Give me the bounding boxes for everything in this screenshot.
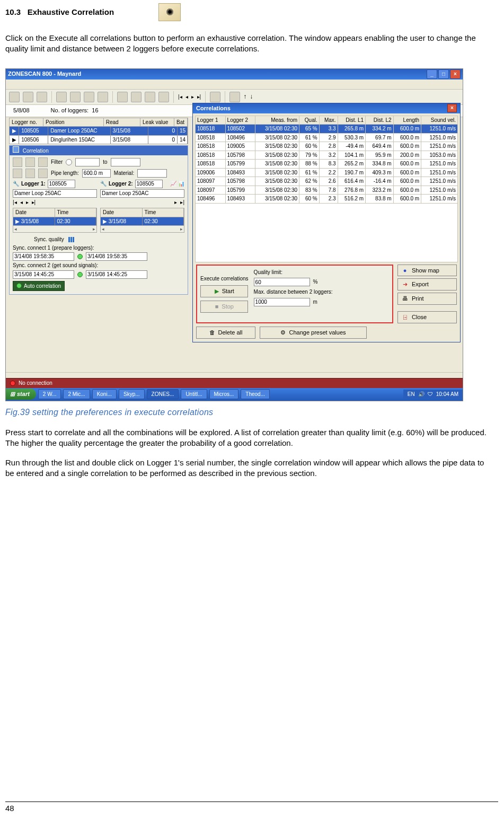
toolbar-icon[interactable] — [158, 92, 169, 102]
date-time-row[interactable]: ▶ 3/15/0802:30 — [100, 217, 184, 226]
column-header[interactable]: Max. — [319, 116, 338, 125]
toolbar-icon[interactable] — [38, 157, 48, 167]
toolbar-icon[interactable] — [131, 92, 142, 102]
sync1-time-a[interactable]: 3/14/08 19:58:35 — [13, 252, 74, 261]
nav-next-icon[interactable]: ▸ — [26, 199, 29, 206]
auto-correlation-button[interactable]: Auto correlation — [13, 281, 65, 292]
toolbar-icon[interactable] — [37, 92, 47, 102]
sync1-time-b[interactable]: 3/14/08 19:58:35 — [86, 252, 147, 261]
toolbar-icon[interactable] — [98, 92, 108, 102]
taskbar-item[interactable]: Skyp... — [119, 389, 145, 400]
date-time-row[interactable]: ▶ 3/15/0802:30 — [13, 217, 97, 226]
nav-first-icon[interactable]: |◂ — [13, 199, 17, 206]
toolbar-icon[interactable] — [70, 92, 81, 102]
logger-list-row[interactable]: ▶108506Dinglurihen 150AC3/15/08014 — [9, 136, 188, 145]
toolbar-icon[interactable] — [38, 169, 48, 178]
logger2-field[interactable]: 108505 — [135, 180, 163, 188]
material-label: Material: — [114, 170, 134, 177]
toolbar-icon[interactable] — [145, 92, 155, 102]
table-row[interactable]: 1085181057993/15/08 02:3088 %8.3265.2 m3… — [196, 160, 458, 169]
table-row[interactable]: 1085181090053/15/08 02:3060 %2.8-49.4 m6… — [196, 142, 458, 151]
logger2-position[interactable]: Damer Loop 250AC — [100, 189, 184, 198]
delete-all-button[interactable]: 🗑 Delete all — [196, 327, 255, 339]
print-button[interactable]: 🖶 Print — [397, 293, 457, 305]
toolbar-icon[interactable] — [117, 92, 128, 102]
system-tray[interactable]: EN 🔊 🛡 10:04 AM — [403, 390, 463, 399]
minimize-icon[interactable]: _ — [427, 69, 437, 79]
taskbar-item[interactable]: Untitl... — [181, 389, 207, 400]
menu-item[interactable] — [9, 80, 11, 88]
start-button[interactable]: ⊞ start — [6, 389, 36, 400]
nav-prev-icon[interactable]: ◂ — [20, 199, 23, 206]
show-map-button[interactable]: ● Show map — [397, 265, 457, 277]
sync2-time-b[interactable]: 3/15/08 14:45:25 — [86, 270, 147, 279]
down-arrow-icon[interactable]: ↓ — [250, 92, 253, 101]
max-distance-input[interactable] — [254, 298, 310, 306]
maximize-icon[interactable]: □ — [438, 69, 449, 79]
table-row[interactable]: 1085181085023/15/08 02:3065 %3.3265.8 m3… — [196, 125, 458, 134]
nav-first-icon[interactable]: |◂ — [178, 93, 182, 101]
toolbar-icon[interactable] — [25, 169, 35, 178]
table-row[interactable]: 1085181084963/15/08 02:3061 %2.9530.3 m6… — [196, 133, 458, 142]
toolbar-icon[interactable] — [13, 157, 22, 167]
column-header[interactable]: Logger 1 — [196, 116, 226, 125]
quality-limit-input[interactable] — [254, 278, 310, 286]
table-row[interactable]: 1090061084933/15/08 02:3061 %2.2190.7 m4… — [196, 168, 458, 177]
language-indicator[interactable]: EN — [408, 391, 415, 398]
toolbar-icon[interactable] — [84, 92, 94, 102]
logger1-position[interactable]: Damer Loop 250AC — [13, 189, 97, 198]
column-header[interactable]: Logger 2 — [225, 116, 255, 125]
close-button[interactable]: ⍈ Close — [397, 311, 457, 323]
taskbar-item[interactable]: 2 Mic... — [63, 389, 90, 400]
tray-icon[interactable]: 🔊 — [418, 391, 425, 398]
change-preset-button[interactable]: ⚙ Change preset values — [260, 327, 367, 339]
filter-to-input[interactable] — [111, 158, 140, 166]
up-arrow-icon[interactable]: ↑ — [243, 92, 246, 101]
tray-icon[interactable]: 🛡 — [428, 391, 433, 398]
taskbar-item[interactable]: ZONES... — [147, 389, 179, 400]
toolbar-icon[interactable] — [9, 92, 20, 102]
table-row[interactable]: 1084961084933/15/08 02:3060 %2.3516.2 m8… — [196, 195, 458, 204]
popup-close-icon[interactable]: × — [447, 104, 457, 112]
column-header[interactable]: Length — [393, 116, 421, 125]
table-row[interactable]: 1080971057993/15/08 02:3083 %7.8276.8 m3… — [196, 186, 458, 195]
column-header[interactable]: Dist. L2 — [366, 116, 394, 125]
stop-button[interactable]: ■ Stop — [200, 301, 248, 313]
clock: 10:04 AM — [436, 391, 458, 398]
nav-next-icon[interactable]: ▸ — [174, 199, 177, 206]
table-row[interactable]: 1080971057983/15/08 02:3062 %2.6616.4 m-… — [196, 177, 458, 186]
scrollbar[interactable]: ◂▸ — [100, 226, 184, 233]
taskbar-item[interactable]: 2 W... — [38, 389, 61, 400]
nav-next-icon[interactable]: ▸ — [191, 93, 194, 101]
logger-list-row[interactable]: ▶108505Damer Loop 250AC3/15/08015 — [9, 127, 188, 136]
column-header[interactable]: Dist. L1 — [338, 116, 366, 125]
chart-icon[interactable]: 📈 📊 — [170, 180, 184, 188]
nav-prev-icon[interactable]: ◂ — [185, 93, 188, 101]
print-icon[interactable] — [25, 157, 35, 167]
toolbar-icon[interactable] — [210, 92, 220, 102]
filter-from-input[interactable] — [75, 158, 100, 166]
nav-last-icon[interactable]: ▸| — [180, 199, 184, 206]
table-row[interactable]: 1085181057983/15/08 02:3079 %3.2104.1 m9… — [196, 151, 458, 160]
column-header[interactable]: Qual. — [299, 116, 320, 125]
nav-last-icon[interactable]: ▸| — [197, 93, 201, 101]
taskbar-item[interactable]: Micros... — [209, 389, 239, 400]
toolbar-icon[interactable] — [229, 92, 240, 102]
taskbar-item[interactable]: Theod... — [241, 389, 270, 400]
scrollbar[interactable]: ◂▸ — [13, 226, 97, 233]
start-button[interactable]: ▶ Start — [200, 285, 248, 297]
sync2-time-a[interactable]: 3/15/08 14:45:25 — [13, 270, 74, 279]
column-header[interactable]: Meas. from — [255, 116, 299, 125]
column-header[interactable]: Sound vel. — [421, 116, 458, 125]
close-icon[interactable]: × — [450, 69, 461, 79]
nav-last-icon[interactable]: ▸| — [32, 199, 36, 206]
logger1-field[interactable]: 108505 — [48, 180, 75, 188]
toolbar-icon[interactable] — [23, 92, 33, 102]
radio-icon[interactable] — [66, 159, 72, 165]
pipe-length-value[interactable]: 600.0 m — [82, 169, 111, 178]
toolbar-icon[interactable] — [13, 169, 22, 178]
export-button[interactable]: ➜ Export — [397, 278, 457, 290]
material-input[interactable] — [137, 169, 167, 178]
toolbar-icon[interactable] — [56, 92, 67, 102]
taskbar-item[interactable]: Koni... — [92, 389, 117, 400]
